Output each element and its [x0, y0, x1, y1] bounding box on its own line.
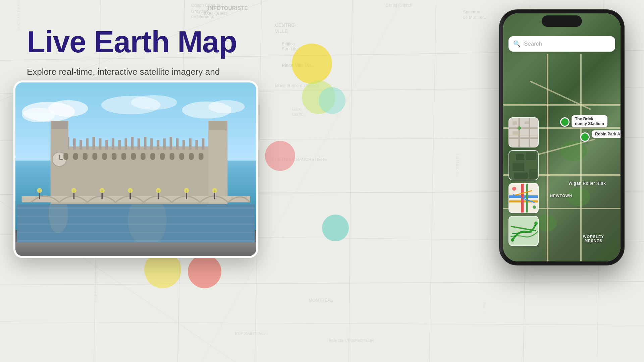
svg-rect-135	[526, 153, 536, 160]
svg-rect-134	[516, 154, 524, 160]
svg-rect-59	[99, 138, 102, 150]
svg-rect-65	[138, 138, 140, 150]
svg-point-109	[71, 188, 76, 193]
svg-point-110	[100, 188, 105, 193]
svg-rect-143	[521, 184, 524, 213]
svg-point-114	[212, 188, 217, 193]
map-label-worsley-mesnes: WORSLEYMESNES	[583, 235, 604, 243]
search-icon: 🔍	[513, 40, 521, 48]
svg-point-46	[22, 108, 55, 122]
svg-point-111	[128, 188, 133, 193]
svg-point-113	[184, 188, 189, 193]
phone-search-bar[interactable]: 🔍 Search	[508, 36, 615, 52]
app-title: Live Earth Map	[27, 27, 302, 57]
svg-rect-137	[526, 161, 535, 168]
svg-rect-99	[199, 153, 203, 160]
svg-rect-61	[112, 138, 114, 150]
svg-rect-95	[160, 153, 165, 160]
svg-rect-79	[209, 121, 227, 130]
svg-rect-124	[509, 118, 539, 147]
search-placeholder: Search	[524, 41, 542, 47]
svg-rect-64	[131, 137, 134, 149]
svg-point-108	[37, 188, 42, 193]
map-pin-brick-stadium[interactable]: The Bricknunity Stadium	[560, 117, 570, 127]
map-label-wigan-roller: Wigan Roller Rink	[569, 181, 606, 186]
svg-rect-98	[189, 153, 194, 160]
road-vertical-1	[547, 54, 548, 261]
svg-rect-144	[526, 184, 528, 213]
park-patch-1	[560, 141, 587, 161]
svg-rect-85	[63, 153, 68, 160]
svg-point-50	[208, 100, 245, 113]
pin-label-robin-park: Robin Park Arena	[592, 130, 621, 138]
westminster-bridge	[15, 187, 256, 218]
svg-point-48	[131, 95, 177, 110]
pin-label-brick-stadium: The Bricknunity Stadium	[572, 115, 607, 127]
phone-mockup: 🔍 Search The Bricknunity Stadium Robin P…	[500, 10, 624, 265]
svg-rect-81	[51, 121, 68, 129]
svg-rect-67	[150, 138, 153, 150]
svg-point-146	[533, 205, 536, 209]
svg-rect-66	[144, 137, 147, 149]
map-thumb-satellite[interactable]	[508, 150, 539, 180]
road-vertical-2	[580, 54, 582, 261]
svg-rect-131	[525, 121, 529, 124]
svg-rect-87	[83, 153, 88, 160]
svg-rect-56	[79, 140, 82, 150]
svg-rect-132	[513, 131, 518, 135]
svg-point-145	[512, 187, 516, 191]
svg-rect-136	[513, 163, 524, 171]
svg-rect-142	[509, 200, 539, 202]
svg-rect-63	[124, 138, 127, 150]
svg-rect-75	[202, 138, 205, 150]
svg-rect-70	[170, 137, 172, 149]
svg-point-149	[534, 222, 538, 225]
phone-frame: 🔍 Search The Bricknunity Stadium Robin P…	[500, 10, 624, 265]
svg-rect-94	[150, 153, 155, 160]
svg-rect-97	[179, 153, 184, 160]
svg-rect-62	[118, 140, 121, 150]
svg-rect-73	[189, 138, 192, 150]
svg-rect-141	[509, 195, 539, 198]
map-thumb-street-colored[interactable]	[508, 183, 539, 213]
svg-rect-69	[163, 138, 166, 150]
london-photo	[13, 80, 258, 258]
svg-rect-60	[105, 140, 108, 150]
road-horizontal-1	[503, 104, 621, 106]
svg-rect-92	[131, 153, 136, 160]
svg-rect-139	[529, 169, 537, 179]
map-label-newtown: NEWTOWN	[550, 194, 572, 198]
svg-rect-96	[170, 153, 174, 160]
svg-rect-93	[141, 153, 145, 160]
svg-rect-86	[73, 153, 78, 160]
svg-rect-138	[514, 173, 528, 179]
svg-rect-58	[93, 137, 95, 149]
pin-dot-2	[580, 132, 590, 142]
map-thumbnails	[508, 117, 539, 246]
phone-screen: 🔍 Search The Bricknunity Stadium Robin P…	[503, 13, 621, 261]
pin-dot-1	[560, 117, 570, 127]
svg-point-112	[156, 188, 161, 193]
svg-rect-74	[195, 140, 198, 150]
svg-rect-91	[121, 153, 126, 160]
map-thumb-green-route[interactable]	[508, 216, 539, 246]
svg-point-129	[518, 126, 521, 130]
svg-point-148	[511, 238, 514, 242]
svg-rect-71	[176, 138, 179, 150]
phone-notch	[542, 15, 582, 27]
svg-rect-130	[513, 121, 517, 125]
svg-rect-72	[182, 140, 185, 150]
svg-rect-90	[112, 153, 116, 160]
svg-rect-89	[102, 153, 107, 160]
svg-rect-55	[73, 138, 76, 150]
london-photo-inner	[15, 82, 256, 256]
map-pin-robin-park[interactable]: Robin Park Arena	[580, 132, 590, 142]
svg-rect-88	[93, 153, 97, 160]
svg-rect-57	[86, 138, 89, 150]
svg-rect-68	[157, 140, 159, 150]
map-thumb-street[interactable]	[508, 117, 539, 147]
